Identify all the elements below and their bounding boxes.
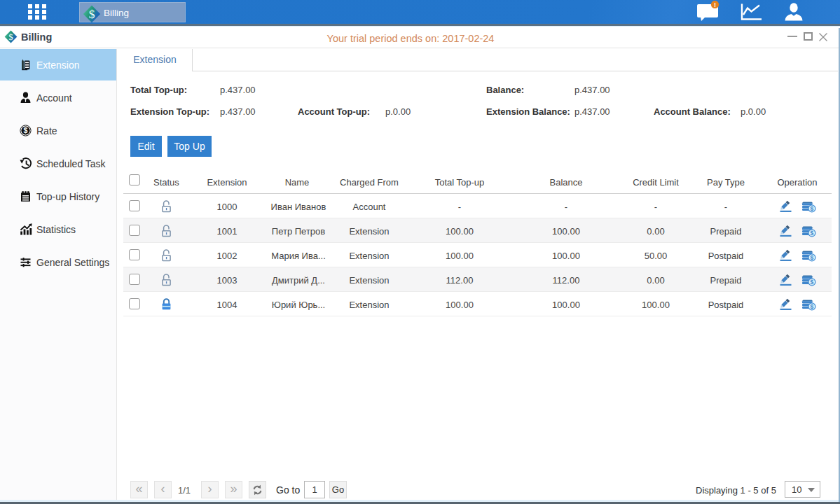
svg-text:$: $ (89, 7, 95, 21)
svg-text:$: $ (8, 31, 13, 42)
svg-text:!: ! (714, 1, 716, 8)
svg-text:$: $ (811, 254, 814, 261)
svg-text:$: $ (811, 205, 814, 212)
svg-text:$: $ (811, 279, 814, 286)
svg-text:$: $ (811, 230, 814, 237)
svg-text:$: $ (811, 303, 814, 310)
svg-text:$: $ (24, 126, 28, 134)
